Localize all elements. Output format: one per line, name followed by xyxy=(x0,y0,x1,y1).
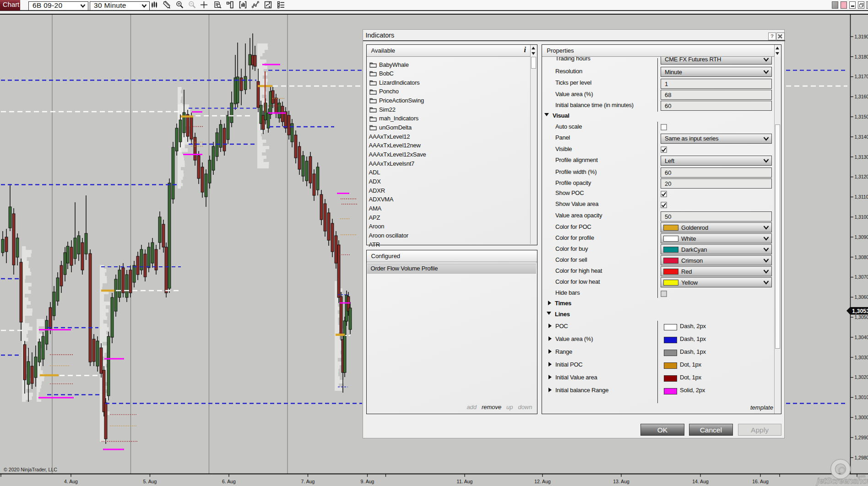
svg-text:16. Aug: 16. Aug xyxy=(752,479,769,484)
svg-text:1,3150: 1,3150 xyxy=(855,114,868,119)
svg-text:1,3190: 1,3190 xyxy=(855,34,868,39)
svg-text:1,3020: 1,3020 xyxy=(855,375,868,380)
svg-text:1,3120: 1,3120 xyxy=(855,174,868,179)
svg-text:1,3130: 1,3130 xyxy=(855,155,868,160)
svg-text:1,3070: 1,3070 xyxy=(855,275,868,280)
svg-text:5. Aug: 5. Aug xyxy=(143,479,157,484)
svg-text:1,3100: 1,3100 xyxy=(855,215,868,220)
svg-text:1,2980: 1,2980 xyxy=(855,455,868,460)
svg-text:1,3030: 1,3030 xyxy=(855,355,868,360)
svg-text:1,3060: 1,3060 xyxy=(855,295,868,300)
svg-text:1,2990: 1,2990 xyxy=(855,435,868,440)
svg-text:13. Aug: 13. Aug xyxy=(613,479,629,484)
svg-text:1,3040: 1,3040 xyxy=(855,335,868,340)
svg-text:11. Aug: 11. Aug xyxy=(457,479,473,484)
svg-text:14. Aug: 14. Aug xyxy=(692,479,709,484)
svg-text:1,3010: 1,3010 xyxy=(855,395,868,400)
svg-text:12. Aug: 12. Aug xyxy=(534,479,551,484)
svg-text:© 2020 NinjaTrader, LLC: © 2020 NinjaTrader, LLC xyxy=(4,467,57,472)
svg-text:1,3050: 1,3050 xyxy=(855,315,868,320)
svg-text:6. Aug: 6. Aug xyxy=(222,479,236,484)
svg-text:1,3080: 1,3080 xyxy=(855,255,868,260)
svg-text:1,3160: 1,3160 xyxy=(855,94,868,99)
svg-text:4. Aug: 4. Aug xyxy=(64,479,78,484)
svg-text:9. Aug: 9. Aug xyxy=(361,479,374,484)
svg-text:7. Aug: 7. Aug xyxy=(301,479,315,484)
svg-text:1,3053: 1,3053 xyxy=(852,308,868,314)
svg-text:1,3090: 1,3090 xyxy=(855,235,868,240)
svg-text:1,3170: 1,3170 xyxy=(855,74,868,79)
svg-text:.com: .com xyxy=(857,474,866,478)
svg-text:1,3000: 1,3000 xyxy=(855,415,868,420)
svg-text:1,3110: 1,3110 xyxy=(855,194,868,200)
svg-text:1,3140: 1,3140 xyxy=(855,135,868,140)
svg-text:1,3180: 1,3180 xyxy=(855,54,868,59)
